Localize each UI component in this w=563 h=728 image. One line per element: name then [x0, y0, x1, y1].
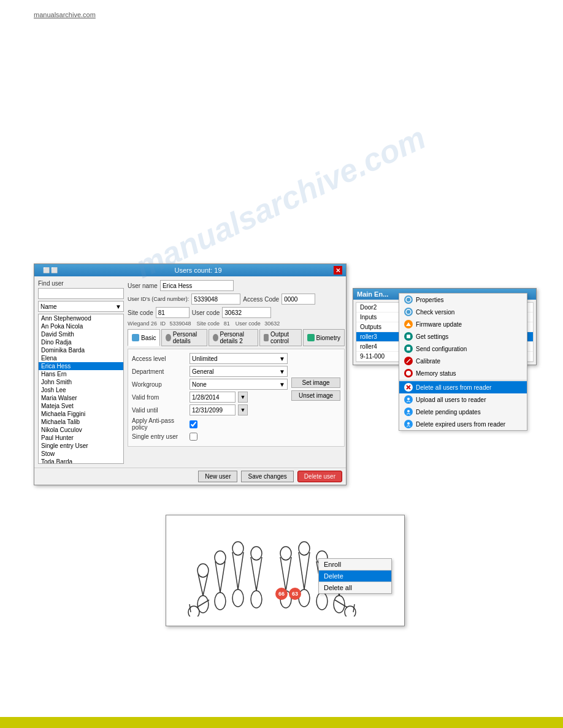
ctx-get-settings[interactable]: Get settings [399, 330, 527, 343]
svg-point-19 [215, 551, 226, 564]
user-code-label: User code [192, 309, 220, 316]
unset-image-button[interactable]: Unset image [291, 390, 340, 401]
finger-context-menu: Enroll Delete Delete all [318, 558, 392, 594]
user-list-panel: Find user Name ▼ Ann Stephenwood An Poka… [38, 280, 124, 464]
svg-line-48 [335, 600, 347, 607]
context-menu: Properties Check version Firmware update… [399, 293, 527, 431]
svg-point-9 [407, 398, 410, 400]
list-item[interactable]: Single entry User [39, 442, 123, 450]
svg-point-24 [251, 591, 262, 608]
ctx-send-config[interactable]: Send configuration [399, 343, 527, 355]
users-window-titlebar: ⬜ ⬜ Users count: 19 ✕ [34, 264, 346, 276]
fctx-delete[interactable]: Delete [319, 571, 391, 582]
list-item[interactable]: Michaela Figgini [39, 410, 123, 418]
list-item[interactable]: Ann Stephenwood [39, 314, 123, 322]
access-code-input[interactable] [282, 294, 315, 305]
username-input[interactable] [160, 280, 234, 291]
list-item[interactable]: Paul Hunter [39, 434, 123, 442]
set-image-button[interactable]: Set image [291, 377, 340, 388]
ctx-upload-users[interactable]: Upload all users to reader [399, 393, 527, 406]
valid-from-calendar[interactable]: ▼ [238, 392, 248, 403]
user-list-box[interactable]: Ann Stephenwood An Poka Nicola David Smi… [38, 314, 124, 464]
tab-basic[interactable]: Basic [128, 329, 160, 346]
ctx-delete-expired[interactable]: Delete expired users from reader [399, 418, 527, 430]
list-item[interactable]: Stow [39, 450, 123, 458]
fctx-enroll[interactable]: Enroll [319, 559, 391, 570]
userid-row: User ID's (Card number): Access Code [128, 294, 345, 305]
svg-line-49 [353, 604, 354, 612]
tab-biometry[interactable]: Biometry [303, 329, 345, 346]
list-item[interactable]: Dominika Barda [39, 346, 123, 354]
ctx-firmware[interactable]: Firmware update [399, 318, 527, 330]
name-dropdown[interactable]: Name ▼ [38, 301, 124, 312]
anti-pass-checkbox[interactable] [190, 420, 197, 428]
list-item[interactable]: Dino Radja [39, 338, 123, 346]
valid-from-input[interactable] [190, 392, 236, 403]
valid-until-row: Valid until ▼ [132, 404, 288, 415]
find-user-input[interactable] [38, 288, 124, 299]
save-changes-button[interactable]: Save changes [241, 471, 293, 482]
ctx-separator [399, 380, 527, 381]
valid-until-input[interactable] [190, 404, 236, 415]
svg-line-32 [286, 557, 291, 591]
workgroup-label: Workgroup [132, 381, 187, 388]
list-item-selected[interactable]: Erica Hess [39, 362, 123, 370]
userid-input[interactable] [191, 294, 240, 305]
list-item[interactable]: Maria Walser [39, 394, 123, 402]
bottom-bar [0, 717, 563, 728]
department-dropdown[interactable]: General ▼ [190, 366, 288, 377]
list-item[interactable]: An Poka Nicola [39, 322, 123, 330]
top-link[interactable]: manualsarchive.com [34, 11, 96, 18]
hand-container: 66 63 Enroll Delete Delete all [172, 521, 398, 620]
delete-user-button[interactable]: Delete user [297, 471, 342, 482]
list-item[interactable]: Nikola Cuculov [39, 426, 123, 434]
ctx-delete-pending[interactable]: Delete pending updates [399, 406, 527, 418]
svg-line-26 [251, 557, 256, 591]
tab-output-label: Output control [270, 331, 297, 344]
list-item[interactable]: Elena [39, 354, 123, 362]
single-entry-row: Single entry user [132, 433, 288, 441]
access-level-dropdown[interactable]: Unlimited ▼ [190, 353, 288, 364]
check-version-icon [404, 308, 413, 316]
ctx-memory-status[interactable]: Memory status [399, 367, 527, 379]
username-label: User name [128, 282, 158, 289]
tab-personal2[interactable]: Personal details 2 [209, 329, 258, 346]
list-item[interactable]: Hans Ern [39, 370, 123, 378]
list-item[interactable]: Josh Lee [39, 386, 123, 394]
valid-until-calendar[interactable]: ▼ [238, 404, 248, 415]
list-item[interactable]: Mateja Svet [39, 402, 123, 410]
upload-users-icon [404, 395, 413, 404]
workgroup-dropdown[interactable]: None ▼ [190, 379, 288, 390]
svg-line-30 [190, 604, 191, 612]
tab-output[interactable]: Output control [259, 329, 302, 346]
list-item[interactable]: Toda Barda [39, 458, 123, 464]
tab-person1-icon [166, 334, 170, 341]
ctx-send-config-label: Send configuration [416, 346, 467, 352]
site-code-input[interactable] [156, 307, 190, 318]
valid-from-row: Valid from ▼ [132, 392, 288, 403]
list-item[interactable]: John Smith [39, 378, 123, 386]
users-body: Find user Name ▼ Ann Stephenwood An Poka… [34, 276, 346, 468]
list-item[interactable]: Michaela Talib [39, 418, 123, 426]
tab-personal1[interactable]: Personal details [161, 329, 207, 346]
wiegand-user: User code [232, 320, 262, 327]
ctx-delete-all-users[interactable]: Delete all users from reader [399, 381, 527, 393]
users-window-close[interactable]: ✕ [334, 266, 342, 275]
ctx-calibrate[interactable]: Calibrate [399, 355, 527, 367]
user-code-input[interactable] [222, 307, 271, 318]
svg-line-29 [197, 600, 209, 607]
ctx-properties[interactable]: Properties [399, 294, 527, 306]
ctx-delete-expired-label: Delete expired users from reader [416, 421, 505, 428]
single-entry-checkbox[interactable] [190, 433, 197, 441]
finger-badge-66[interactable]: 66 [275, 588, 288, 600]
send-config-icon [404, 344, 413, 353]
fctx-delete-all[interactable]: Delete all [319, 582, 391, 593]
new-user-button[interactable]: New user [198, 471, 237, 482]
wiegand-row: Wiegand 26 ID 5339048 Site code 81 User … [128, 320, 345, 327]
svg-line-18 [215, 561, 220, 593]
ctx-check-version[interactable]: Check version [399, 306, 527, 318]
wiegand-site: Site code [194, 320, 221, 327]
list-item[interactable]: David Smith [39, 330, 123, 338]
finger-badge-63[interactable]: 63 [289, 588, 301, 600]
ctx-firmware-label: Firmware update [416, 321, 462, 328]
